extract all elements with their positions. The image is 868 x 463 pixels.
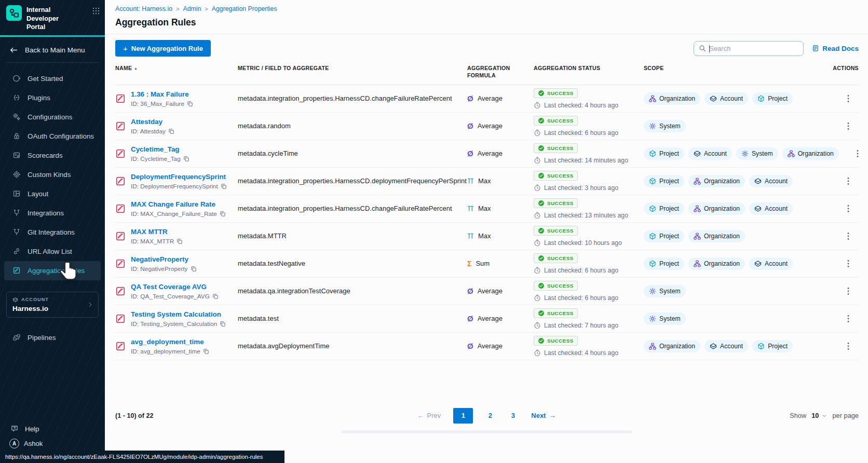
page-button-1[interactable]: 1 xyxy=(453,408,473,424)
kebab-icon[interactable] xyxy=(856,148,860,159)
scope-label: Project xyxy=(659,150,679,157)
pagination-pages: 123 xyxy=(453,408,519,424)
help-button[interactable]: Help xyxy=(0,425,105,433)
read-docs-link[interactable]: Read Docs xyxy=(812,45,859,52)
status-badge: SUCCESS xyxy=(534,253,578,263)
actions-cell xyxy=(830,314,859,324)
sidebar-item-aggregation-rules[interactable]: Aggregation Rules xyxy=(4,261,101,280)
rule-name-link[interactable]: NegativeProperty xyxy=(131,255,188,263)
status-label: SUCCESS xyxy=(547,118,574,124)
sidebar-item-url-allow-list[interactable]: URL Allow List xyxy=(4,242,101,261)
rule-name-link[interactable]: Cycletime_Tag xyxy=(131,145,180,153)
layout-icon xyxy=(12,189,21,198)
user-menu[interactable]: A Ashok xyxy=(0,439,105,448)
rule-id-line: ID: avg_deployment_time xyxy=(131,348,209,355)
page-button-3[interactable]: 3 xyxy=(507,412,519,419)
search-icon xyxy=(699,45,706,52)
kebab-icon[interactable] xyxy=(846,93,850,104)
metric-cell: metadata.qa.integrationTestCoverage xyxy=(238,287,467,295)
sidebar-item-configurations[interactable]: Configurations xyxy=(4,107,101,127)
kebab-icon[interactable] xyxy=(846,121,850,131)
sidebar-item-pipelines[interactable]: Pipelines xyxy=(4,328,101,347)
new-aggregation-rule-button[interactable]: + New Aggregation Rule xyxy=(115,40,211,57)
copy-icon[interactable] xyxy=(187,101,193,107)
scope-label: Project xyxy=(659,233,679,240)
column-header-name[interactable]: NAME ▴ xyxy=(115,65,238,72)
table-body: 1.36 : Max FailureID: 36_Max_Failuremeta… xyxy=(115,85,859,360)
status-badge: SUCCESS xyxy=(534,88,578,98)
sidebar-item-scorecards[interactable]: Scorecards xyxy=(4,146,101,165)
rule-name-link[interactable]: 1.36 : Max Failure xyxy=(131,90,189,98)
prev-page-button[interactable]: ← Prev xyxy=(417,412,441,419)
copy-icon[interactable] xyxy=(212,293,219,299)
status-cell: SUCCESSLast checked: 14 minutes ago xyxy=(534,143,644,164)
rule-name-link[interactable]: QA Test Coverage AVG xyxy=(131,283,207,291)
sidebar-item-layout[interactable]: Layout xyxy=(4,184,101,203)
sidebar-item-git-integrations[interactable]: Git Integrations xyxy=(4,223,101,242)
copy-icon[interactable] xyxy=(177,238,183,244)
kebab-icon[interactable] xyxy=(846,176,850,186)
sidebar-item-oauth-configurations[interactable]: OAuth Configurations xyxy=(4,127,101,146)
kebab-icon[interactable] xyxy=(846,314,850,324)
rule-id-text: ID: Cycletime_Tag xyxy=(131,155,181,162)
scope-pill-account: Account xyxy=(749,257,793,270)
rule-name-link[interactable]: Testing System Calculation xyxy=(131,310,221,318)
copy-icon[interactable] xyxy=(221,183,227,189)
module-switcher-icon[interactable] xyxy=(92,7,100,15)
scope-pill-project: Project xyxy=(644,230,684,242)
breadcrumb-item-aggregation-properties[interactable]: Aggregation Properties xyxy=(212,5,277,12)
rule-name-link[interactable]: MAX MTTR xyxy=(131,228,168,236)
status-cell: SUCCESSLast checked: 13 minutes ago xyxy=(534,198,644,219)
copy-icon[interactable] xyxy=(183,156,189,162)
kebab-icon[interactable] xyxy=(846,286,850,296)
rule-name-link[interactable]: avg_deployment_time xyxy=(131,338,204,346)
name-stack: MAX Change Failure RateID: MAX_Change_Fa… xyxy=(131,199,226,217)
kebab-icon[interactable] xyxy=(846,341,850,351)
copy-icon[interactable] xyxy=(220,321,226,327)
sidebar-item-custom-kinds[interactable]: Custom Kinds xyxy=(4,165,101,184)
actions-cell xyxy=(830,258,859,269)
kebab-icon[interactable] xyxy=(846,231,850,241)
sidebar-item-get-started[interactable]: Get Started xyxy=(4,69,101,88)
status-cell: SUCCESSLast checked: 4 hours ago xyxy=(534,88,644,109)
table-row: 1.36 : Max FailureID: 36_Max_Failuremeta… xyxy=(115,85,859,113)
sort-asc-icon: ▴ xyxy=(134,66,137,71)
actions-cell xyxy=(830,203,859,214)
rule-name-link[interactable]: MAX Change Failure Rate xyxy=(131,200,215,208)
copy-icon[interactable] xyxy=(191,266,197,272)
table-row: avg_deployment_timeID: avg_deployment_ti… xyxy=(115,333,859,360)
rule-id-line: ID: Testing_System_Calculation xyxy=(131,320,226,328)
account-selector[interactable]: ACCOUNT Harness.io xyxy=(6,292,99,318)
page-size-dropdown[interactable]: 10 xyxy=(811,412,827,419)
sidebar-item-integrations[interactable]: Integrations xyxy=(4,203,101,223)
copy-icon[interactable] xyxy=(168,128,174,134)
kebab-icon[interactable] xyxy=(846,203,850,214)
copy-icon[interactable] xyxy=(220,211,226,217)
formula-label: Average xyxy=(478,122,503,130)
horizontal-scrollbar[interactable] xyxy=(341,430,632,433)
check-circle-icon xyxy=(538,227,545,234)
rule-red-icon xyxy=(115,148,126,159)
project-icon xyxy=(649,260,656,267)
breadcrumb-separator: > xyxy=(205,6,208,12)
rule-name-link[interactable]: DeploymentFrequencySprint xyxy=(131,173,226,181)
rule-name-link[interactable]: Attestday xyxy=(131,118,162,126)
copy-icon[interactable] xyxy=(203,348,209,355)
search-input[interactable] xyxy=(709,45,798,52)
sidebar-item-plugins[interactable]: Plugins xyxy=(4,88,101,107)
prev-label: Prev xyxy=(427,412,441,419)
status-label: SUCCESS xyxy=(547,173,574,179)
rule-id-text: ID: avg_deployment_time xyxy=(131,348,200,355)
breadcrumb-item-account-harness-io[interactable]: Account: Harness.io xyxy=(115,5,172,12)
page-button-2[interactable]: 2 xyxy=(484,412,496,419)
breadcrumb-item-admin[interactable]: Admin xyxy=(183,5,201,12)
last-checked: Last checked: 6 hours ago xyxy=(534,267,644,274)
next-page-button[interactable]: Next → xyxy=(531,412,555,419)
kebab-icon[interactable] xyxy=(846,258,850,269)
system-icon xyxy=(741,150,749,157)
sidebar-item-label: Plugins xyxy=(28,94,50,102)
back-to-main-menu[interactable]: Back to Main Menu xyxy=(0,37,105,62)
status-label: SUCCESS xyxy=(547,200,574,206)
scope-pill-project: Project xyxy=(752,340,793,352)
system-icon xyxy=(649,288,656,295)
